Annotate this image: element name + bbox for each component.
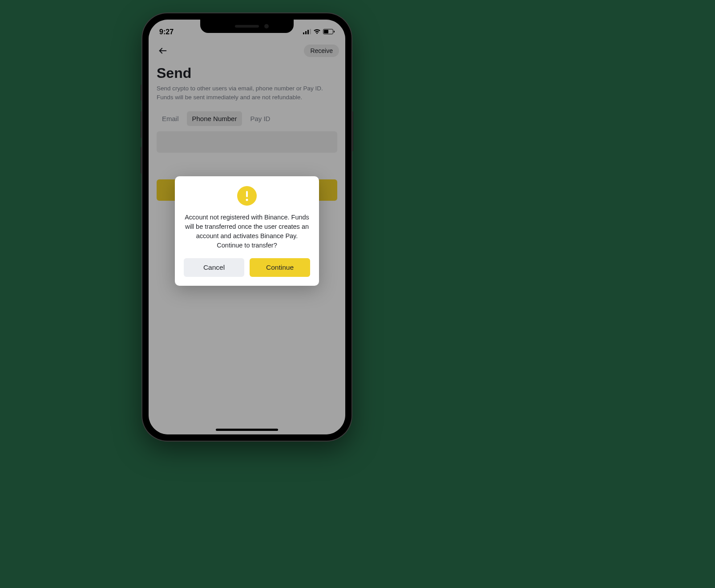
home-indicator[interactable] [216,429,278,431]
cancel-button[interactable]: Cancel [184,258,244,277]
phone-screen: 9:27 Rec [149,20,345,434]
svg-rect-8 [246,191,248,197]
svg-point-9 [246,199,248,201]
phone-power-button [351,111,353,151]
continue-button[interactable]: Continue [250,258,310,277]
phone-frame: 9:27 Rec [142,13,351,441]
confirmation-modal: Account not registered with Binance. Fun… [175,176,319,286]
modal-button-row: Cancel Continue [184,258,310,277]
phone-device-mockup: 9:27 Rec [142,13,351,441]
warning-icon [237,186,257,206]
phone-notch [200,20,294,33]
modal-message: Account not registered with Binance. Fun… [184,213,310,250]
